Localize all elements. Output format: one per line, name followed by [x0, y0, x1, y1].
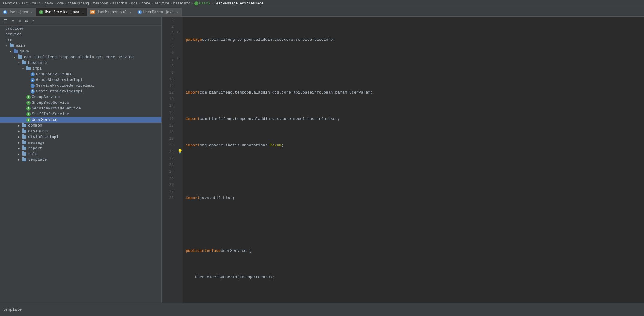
tree-item-pkg[interactable]: ▾ com.bianlifeng.tempoon.aladdin.qcs.cor…: [0, 54, 161, 60]
item-label-role: role: [28, 152, 37, 156]
tree-area[interactable]: provider service src ▾ main: [0, 26, 161, 303]
tab-label-userparam: UserParam.java: [143, 10, 174, 14]
code-line-8: [186, 221, 641, 228]
tab-icon-userparam: C: [138, 10, 142, 14]
sidebar: ☰ ⊕ ⊞ ⚙ ↕ provider service src: [0, 17, 162, 303]
item-label-groupshopserviceimpl: GroupShopServiceImpl: [36, 78, 83, 82]
breadcrumb-service[interactable]: service: [2, 1, 17, 6]
item-label-userservice: UserService: [32, 118, 58, 122]
tree-item-impl[interactable]: ▾ impl: [0, 66, 161, 71]
tree-item-staffinfoserviceimpl[interactable]: C StaffInfoServiceImpl: [0, 88, 161, 94]
bottom-bar: template: [0, 303, 644, 316]
item-label-src: src: [5, 38, 12, 42]
breadcrumb-tempoon[interactable]: tempoon: [93, 1, 108, 6]
tree-item-serviceprovideservice[interactable]: I ServiceProvideService: [0, 106, 161, 111]
tree-item-disinfect[interactable]: ▶ disinfect: [0, 128, 161, 134]
tree-item-message[interactable]: ▶ message: [0, 140, 161, 145]
toolbar-settings-btn[interactable]: ⚙: [24, 18, 29, 24]
breadcrumb-java[interactable]: java: [44, 1, 53, 6]
tab-close-usermapper[interactable]: ✕: [129, 10, 131, 14]
item-label-main: main: [16, 43, 25, 48]
toolbar-expand-btn[interactable]: ☰: [2, 18, 9, 24]
node-icon-i3: I: [26, 106, 31, 111]
node-icon-c3: C: [31, 84, 35, 88]
tab-userparam-java[interactable]: C UserParam.java ✕: [135, 8, 182, 16]
fold-icon-3[interactable]: ⊢: [177, 30, 179, 34]
tree-item-main[interactable]: ▾ main: [0, 43, 161, 49]
bulb-icon-21[interactable]: 💡: [177, 149, 182, 154]
tab-close-userparam[interactable]: ✕: [176, 10, 179, 14]
breadcrumb-testmessage[interactable]: TestMessage.editMessage: [214, 1, 264, 6]
tree-item-java[interactable]: ▾ java: [0, 49, 161, 54]
breadcrumb-com[interactable]: com: [57, 1, 64, 6]
tree-item-baseinfo[interactable]: ▾ baseinfo: [0, 60, 161, 66]
breadcrumb-src[interactable]: src: [22, 1, 28, 6]
tab-usermapper-xml[interactable]: XML UserMapper.xml ✕: [87, 8, 134, 16]
node-icon-c2: C: [31, 78, 35, 82]
tab-userservice-java[interactable]: I UserService.java ✕: [36, 8, 87, 16]
code-line-11: [186, 300, 641, 303]
tree-item-template[interactable]: ▶ template: [0, 157, 161, 162]
item-label-groupserviceimpl: GroupServiceImpl: [36, 72, 73, 76]
breadcrumb-qcs[interactable]: qcs: [131, 1, 138, 6]
code-line-6: [186, 168, 641, 175]
item-label-serviceprovideservice: ServiceProvideService: [32, 106, 81, 111]
item-label-staffinfoservice: StaffInfoService: [32, 112, 69, 116]
tab-label-user: User.java: [9, 10, 28, 14]
tree-item-service[interactable]: service: [0, 31, 161, 37]
tree-item-groupshopservice[interactable]: I GroupShopService: [0, 100, 161, 106]
tree-item-src[interactable]: src: [0, 37, 161, 43]
node-icon-i4: I: [26, 112, 31, 116]
breadcrumb-userservice[interactable]: I UserS: [194, 1, 210, 6]
editor-area: 12345 678910 1112131415 1617181920 21222…: [162, 17, 644, 303]
breadcrumb-bianlifeng[interactable]: bianlifeng: [67, 1, 89, 6]
breadcrumb-main[interactable]: main: [32, 1, 40, 6]
item-label-pkg: com.bianlifeng.tempoon.aladdin.qcs.core.…: [24, 55, 134, 59]
tab-icon-usermapper: XML: [90, 10, 95, 14]
tab-icon-user: C: [3, 10, 7, 14]
toolbar-globe-btn[interactable]: ⊕: [10, 18, 15, 24]
breadcrumb-service2[interactable]: service: [154, 1, 169, 6]
item-label-java: java: [20, 49, 29, 54]
breadcrumb-aladdin[interactable]: aladdin: [112, 1, 127, 6]
tree-item-disinfectimpl[interactable]: ▶ disinfectimpl: [0, 134, 161, 140]
sidebar-toolbar: ☰ ⊕ ⊞ ⚙ ↕: [0, 17, 161, 26]
item-label-template: template: [28, 157, 47, 162]
code-line-2: [186, 63, 641, 70]
breadcrumb-baseinfo[interactable]: baseinfo: [173, 1, 191, 6]
breadcrumb-core[interactable]: core: [142, 1, 150, 6]
code-lines: package com.bianlifeng.tempoon.aladdin.q…: [183, 17, 644, 303]
tab-user-java[interactable]: C User.java ✕: [0, 8, 36, 16]
tree-item-serviceprovideserviceimpl[interactable]: C ServiceProvideServiceImpl: [0, 83, 161, 88]
main-area: ☰ ⊕ ⊞ ⚙ ↕ provider service src: [0, 17, 644, 303]
tab-close-userservice[interactable]: ✕: [82, 10, 84, 14]
code-line-9: public interface UserService {: [186, 248, 641, 254]
tree-item-userservice[interactable]: I UserService: [0, 117, 161, 123]
fold-icon-7[interactable]: ⊢: [177, 56, 179, 60]
node-icon-i5: I: [26, 118, 31, 122]
tree-item-role[interactable]: ▶ role: [0, 151, 161, 157]
tab-label-userservice: UserService.java: [45, 10, 79, 14]
toolbar-filter-btn[interactable]: ⊞: [17, 18, 22, 24]
node-icon-i1: I: [26, 95, 31, 99]
tree-item-common[interactable]: ▶ common: [0, 123, 161, 128]
node-icon-c4: C: [31, 89, 35, 94]
tree-item-provider[interactable]: provider: [0, 26, 161, 31]
tab-close-user[interactable]: ✕: [31, 10, 33, 14]
item-label-disinfect: disinfect: [28, 129, 49, 133]
item-label-serviceprovideserviceimpl: ServiceProvideServiceImpl: [36, 83, 94, 88]
item-label-message: message: [28, 140, 45, 145]
tree-item-groupshopserviceimpl[interactable]: C GroupShopServiceImpl: [0, 77, 161, 83]
tree-item-report[interactable]: ▶ report: [0, 145, 161, 151]
code-line-3: import com.bianlifeng.tempoon.aladdin.qc…: [186, 89, 641, 96]
tree-item-groupserviceimpl[interactable]: C GroupServiceImpl: [0, 71, 161, 77]
line-numbers: 12345 678910 1112131415 1617181920 21222…: [162, 17, 177, 303]
bottom-template-text: template: [3, 307, 22, 312]
toolbar-sort-btn[interactable]: ↕: [31, 18, 35, 24]
tree-item-staffinfoservice[interactable]: I StaffInfoService: [0, 111, 161, 117]
tabs-bar: C User.java ✕ I UserService.java ✕ XML U…: [0, 7, 644, 17]
code-line-5: import org.apache.ibatis.annotations.Par…: [186, 142, 641, 149]
code-container[interactable]: 12345 678910 1112131415 1617181920 21222…: [162, 17, 644, 303]
code-line-1: package com.bianlifeng.tempoon.aladdin.q…: [186, 37, 641, 43]
tree-item-groupservice[interactable]: I GroupService: [0, 94, 161, 100]
